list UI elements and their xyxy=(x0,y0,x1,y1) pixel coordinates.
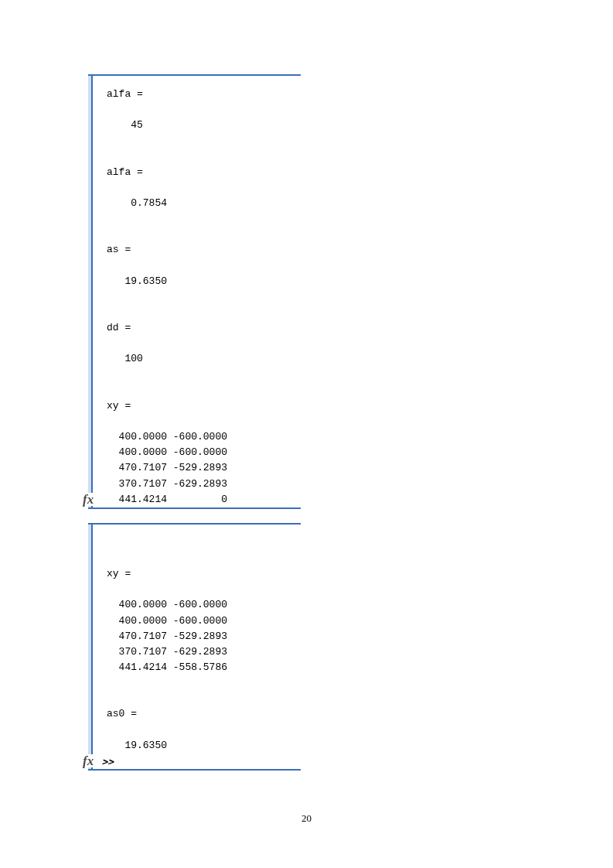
panel-2-inner: xy = 400.0000 -600.0000 400.0000 -600.00… xyxy=(88,525,301,769)
document-page: alfa = 45 alfa = 0.7854 as = 19.6350 dd … xyxy=(0,0,613,868)
matlab-output-panel-2: xy = 400.0000 -600.0000 400.0000 -600.00… xyxy=(88,523,301,771)
page-number: 20 xyxy=(0,812,613,825)
prompt-caret: >> xyxy=(97,756,114,767)
panel-gap xyxy=(0,509,613,523)
panel-1-text: alfa = 45 alfa = 0.7854 as = 19.6350 dd … xyxy=(93,87,301,507)
fx-icon-with-prompt: fx >> xyxy=(82,754,114,767)
panel-1-inner: alfa = 45 alfa = 0.7854 as = 19.6350 dd … xyxy=(88,76,301,507)
matlab-output-panel-1: alfa = 45 alfa = 0.7854 as = 19.6350 dd … xyxy=(88,74,301,509)
fx-label: fx xyxy=(83,754,94,768)
fx-icon: fx xyxy=(82,493,94,506)
panel-2-text: xy = 400.0000 -600.0000 400.0000 -600.00… xyxy=(93,535,301,769)
